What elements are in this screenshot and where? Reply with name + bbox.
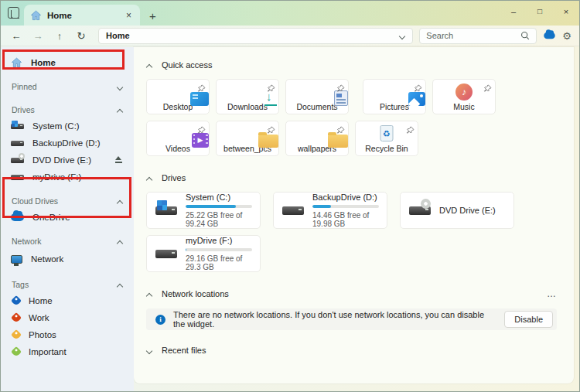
- chevron-down-icon[interactable]: [117, 84, 123, 90]
- eject-icon[interactable]: [114, 156, 123, 164]
- selection-indicator: [2, 58, 5, 67]
- sidebar-section-network[interactable]: Network: [1, 233, 134, 249]
- sidebar-section-drives[interactable]: Drives: [1, 101, 134, 118]
- chevron-down-icon[interactable]: [399, 32, 405, 39]
- sidebar-item-dvd-drive-e[interactable]: DVD Drive (E:): [1, 152, 134, 169]
- sidebar-item-label: Home: [31, 58, 56, 67]
- pin-icon[interactable]: [414, 82, 422, 96]
- music-icon: ♪: [455, 84, 473, 101]
- sidebar-section-cloud-drives[interactable]: Cloud Drives: [1, 193, 134, 209]
- sidebar-item-backupdrive-d[interactable]: BackupDrive (D:): [1, 135, 134, 152]
- dvd-drive-icon: [409, 206, 431, 215]
- tile-downloads[interactable]: Downloads: [216, 79, 279, 114]
- chevron-up-icon[interactable]: [146, 291, 152, 297]
- sidebar-section-tags[interactable]: Tags: [1, 276, 134, 292]
- file-explorer-window: Home × + – □ × ← → ↑ ↻ Home Search ⚙: [0, 0, 580, 392]
- section-quick-access[interactable]: Quick access: [142, 57, 561, 73]
- tile-wallpapers[interactable]: wallpapers: [285, 121, 349, 156]
- drive-card-system-c[interactable]: System (C:) 25.22 GB free of 99.24 GB: [146, 192, 261, 229]
- dvd-drive-icon: [11, 158, 24, 163]
- sidebar-item-mydrive-f[interactable]: myDrive (F:): [1, 169, 134, 186]
- window-controls: – □ ×: [500, 1, 579, 24]
- tab-bar: Home × + – □ ×: [1, 1, 579, 26]
- sidebar-item-tag-home[interactable]: Home: [1, 292, 134, 309]
- section-network-locations[interactable]: Network locations …: [142, 286, 561, 302]
- sidebar-item-tag-photos[interactable]: Photos: [1, 326, 134, 343]
- disable-button[interactable]: Disable: [504, 311, 553, 328]
- sidebar-item-home[interactable]: Home: [1, 54, 134, 71]
- chevron-up-icon[interactable]: [117, 238, 123, 244]
- tile-videos[interactable]: ▶ Videos: [146, 121, 210, 156]
- home-icon: [30, 10, 42, 21]
- back-button[interactable]: ←: [9, 30, 24, 42]
- hard-drive-icon: [11, 141, 24, 146]
- tag-icon: [11, 295, 22, 306]
- window-menu-icon[interactable]: [8, 7, 19, 19]
- drive-card-dvd-e[interactable]: DVD Drive (E:): [400, 192, 514, 229]
- tag-icon: [11, 312, 22, 323]
- chevron-down-icon[interactable]: [146, 347, 152, 353]
- system-drive-icon: [11, 124, 24, 129]
- up-button[interactable]: ↑: [52, 30, 67, 42]
- tile-between-pcs[interactable]: between_pcs: [216, 121, 279, 156]
- chevron-up-icon[interactable]: [146, 175, 152, 181]
- drives-grid: System (C:) 25.22 GB free of 99.24 GB Ba…: [146, 192, 561, 272]
- capacity-bar: [186, 205, 252, 208]
- sidebar-item-tag-important[interactable]: Important: [1, 343, 134, 360]
- onedrive-sync-icon[interactable]: [544, 32, 555, 39]
- hard-drive-icon: [282, 206, 304, 215]
- tag-icon: [11, 346, 22, 357]
- sidebar-section-pinned[interactable]: Pinned: [1, 78, 134, 94]
- chevron-up-icon[interactable]: [117, 281, 123, 288]
- section-recent-files[interactable]: Recent files: [142, 343, 561, 358]
- tab-close-icon[interactable]: ×: [124, 10, 134, 21]
- onedrive-cloud-icon: [11, 213, 24, 221]
- capacity-bar: [312, 205, 379, 208]
- sidebar-item-network[interactable]: Network: [1, 249, 134, 269]
- forward-button[interactable]: →: [30, 30, 46, 42]
- tile-music[interactable]: ♪ Music: [432, 79, 496, 114]
- pin-icon[interactable]: [336, 124, 345, 138]
- sidebar-item-tag-work[interactable]: Work: [1, 309, 134, 326]
- maximize-button[interactable]: □: [527, 1, 553, 24]
- info-icon: i: [155, 315, 165, 325]
- minimize-button[interactable]: –: [500, 1, 527, 24]
- banner-message: There are no network locations. If you d…: [173, 310, 496, 329]
- search-placeholder: Search: [426, 31, 520, 40]
- chevron-up-icon[interactable]: [117, 107, 123, 113]
- sidebar-item-onedrive[interactable]: OneDrive: [1, 209, 134, 226]
- recycle-bin-icon: ♻: [380, 125, 394, 141]
- pin-icon[interactable]: [197, 124, 206, 138]
- section-drives[interactable]: Drives: [142, 170, 561, 186]
- pin-icon[interactable]: [197, 82, 206, 96]
- content-panel: Quick access Desktop Downloads Documents: [134, 47, 574, 383]
- pin-icon[interactable]: [406, 124, 415, 138]
- tag-icon: [11, 329, 22, 340]
- pin-icon[interactable]: [483, 82, 492, 96]
- more-options-icon[interactable]: …: [547, 288, 561, 299]
- network-icon: [11, 255, 22, 264]
- chevron-up-icon[interactable]: [117, 198, 123, 204]
- search-input[interactable]: Search: [419, 28, 537, 44]
- quick-access-grid: Desktop Downloads Documents Pictures: [146, 79, 561, 156]
- new-tab-button[interactable]: +: [149, 9, 156, 22]
- drive-card-backupdrive-d[interactable]: BackupDrive (D:) 14.46 GB free of 19.98 …: [273, 192, 387, 229]
- pin-icon[interactable]: [336, 82, 345, 96]
- sidebar: Home Pinned Drives System (C:) BackupDri…: [1, 47, 134, 391]
- refresh-button[interactable]: ↻: [73, 30, 89, 42]
- system-drive-icon: [155, 206, 177, 215]
- close-button[interactable]: ×: [553, 1, 579, 24]
- search-icon: [520, 31, 530, 40]
- tile-recycle-bin[interactable]: ♻ Recycle Bin: [355, 121, 418, 156]
- pin-icon[interactable]: [267, 124, 275, 138]
- sidebar-item-system-c[interactable]: System (C:): [1, 118, 134, 135]
- tile-desktop[interactable]: Desktop: [146, 79, 210, 114]
- pin-icon[interactable]: [267, 82, 275, 96]
- tile-pictures[interactable]: Pictures: [363, 79, 426, 114]
- chevron-up-icon[interactable]: [146, 62, 152, 68]
- drive-card-mydrive-f[interactable]: myDrive (F:) 29.16 GB free of 29.3 GB: [146, 235, 261, 272]
- gear-icon[interactable]: ⚙: [562, 30, 571, 42]
- tile-documents[interactable]: Documents: [285, 79, 349, 114]
- tab-home[interactable]: Home ×: [24, 5, 140, 26]
- address-bar[interactable]: Home: [98, 28, 413, 44]
